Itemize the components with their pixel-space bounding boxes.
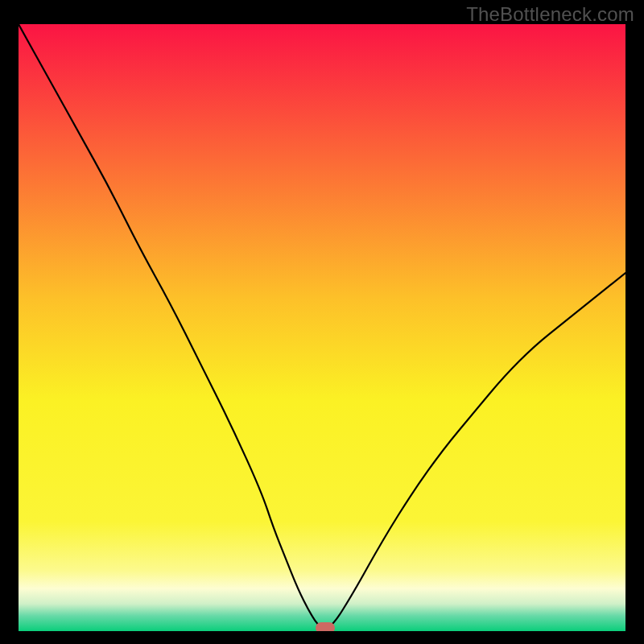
watermark-text: TheBottleneck.com — [466, 3, 634, 26]
plot-area — [19, 24, 625, 631]
chart-frame: TheBottleneck.com — [0, 0, 644, 644]
optimum-marker — [316, 622, 335, 631]
bottleneck-curve — [19, 24, 625, 631]
